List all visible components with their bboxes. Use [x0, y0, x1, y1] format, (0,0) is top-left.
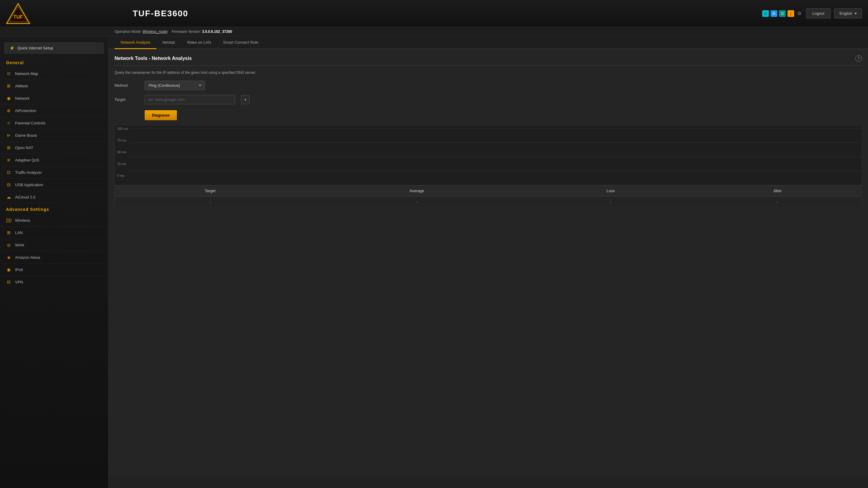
help-icon[interactable]: ? [855, 55, 862, 62]
tab-netstat[interactable]: Netstat [156, 36, 181, 49]
col-average: Average [305, 186, 528, 196]
sidebar-item-lan[interactable]: ⊞ LAN [0, 227, 108, 239]
sidebar-item-game-boost[interactable]: ⊳ Game Boost [0, 129, 108, 141]
lan-icon: ⊞ [6, 230, 11, 235]
language-selector[interactable]: English ▾ [834, 8, 862, 19]
col-target: Target [115, 186, 306, 196]
tab-network-analysis[interactable]: Network Analysis [115, 36, 156, 49]
sidebar-item-aicloud[interactable]: ☁ AiCloud 2.0 [0, 191, 108, 203]
aimesh-icon: ⊞ [6, 83, 11, 89]
col-loss: Loss [528, 186, 693, 196]
quick-internet-setup-button[interactable]: ⚡ Quick Internet Setup [4, 42, 104, 54]
tab-wake-on-lan[interactable]: Wake on LAN [181, 36, 217, 49]
sidebar-item-label: Network Map [15, 71, 38, 76]
sidebar-item-usb-application[interactable]: ⊟ USB Application [0, 178, 108, 191]
results-table: Target Average Loss Jitter - - - - [115, 185, 862, 207]
target-input[interactable] [145, 95, 235, 104]
table-row: - - - - [115, 196, 862, 207]
wan-icon: ◎ [6, 242, 11, 248]
sidebar-item-label: Game Boost [15, 133, 37, 138]
content-panel: Network Tools - Network Analysis ? Query… [108, 49, 868, 477]
tabs-bar: Network Analysis Netstat Wake on LAN Sma… [108, 36, 868, 49]
sidebar-item-adaptive-qos[interactable]: ≋ Adaptive QoS [0, 154, 108, 166]
sidebar-item-label: LAN [15, 230, 23, 235]
chart-gridline-50 [130, 157, 862, 157]
amazon-alexa-icon: ◈ [6, 255, 11, 260]
sidebar-item-amazon-alexa[interactable]: ◈ Amazon Alexa [0, 251, 108, 264]
sidebar: ⚡ Quick Internet Setup General ⊙ Network… [0, 36, 108, 488]
advanced-section-label: Advanced Settings [0, 203, 108, 214]
method-label: Method [115, 83, 138, 88]
sidebar-item-wan[interactable]: ◎ WAN [0, 239, 108, 251]
wireless-icon: )))) [6, 218, 11, 223]
chart-y-label-25: 25 ms [117, 162, 128, 166]
firmware-value: 3.0.0.6.102_37260 [202, 30, 232, 34]
sidebar-item-label: VPN [15, 280, 23, 284]
sidebar-item-network[interactable]: ◉ Network [0, 92, 108, 104]
language-arrow-icon: ▾ [855, 11, 857, 16]
chart-y-label-50: 50 ms [117, 150, 128, 154]
sidebar-item-network-map[interactable]: ⊙ Network Map [0, 67, 108, 80]
sidebar-item-traffic-analyzer[interactable]: ⊡ Traffic Analyzer [0, 166, 108, 178]
network-icon: ◉ [6, 96, 11, 101]
quick-setup-icon: ⚡ [10, 46, 14, 50]
target-row: Target ▾ [115, 95, 862, 104]
game-boost-icon: ⊳ [6, 133, 11, 138]
col-jitter: Jitter [693, 186, 862, 196]
network-map-icon: ⊙ [6, 71, 11, 76]
internet-status-icon: ⊙ [762, 10, 769, 17]
aicloud-icon: ☁ [6, 194, 11, 200]
header: TUF GAMING TUF-BE3600 ⊙ ⚙ ⊡ | ⚙ Logout E… [0, 0, 868, 27]
cell-average: - [305, 196, 528, 207]
method-row: Method Ping (Continuous) Ping Traceroute… [115, 81, 862, 90]
sidebar-item-parental-controls[interactable]: ⊹ Parental Controls [0, 117, 108, 129]
quick-setup-label: Quick Internet Setup [18, 46, 53, 50]
sidebar-item-label: Adaptive QoS [15, 158, 39, 162]
sidebar-item-open-nat[interactable]: ⊞ Open NAT [0, 141, 108, 154]
op-mode-value: Wireless_router [143, 30, 168, 34]
sidebar-item-aiprotection[interactable]: ⊛ AiProtection [0, 104, 108, 117]
chart-gridline-0 [130, 185, 862, 185]
usb-application-icon: ⊟ [6, 182, 11, 187]
sidebar-item-label: Amazon Alexa [15, 255, 40, 260]
chart-y-label-0: 0 ms [117, 174, 128, 177]
tuf-logo-icon: TUF GAMING [6, 3, 30, 24]
svg-text:TUF: TUF [13, 14, 23, 20]
chart-area: 100 ms 75 ms 50 ms 25 ms 0 ms [115, 125, 862, 185]
sidebar-item-label: AiMesh [15, 84, 28, 88]
sidebar-item-aimesh[interactable]: ⊞ AiMesh [0, 80, 108, 92]
adaptive-qos-icon: ≋ [6, 157, 11, 163]
open-nat-icon: ⊞ [6, 145, 11, 150]
header-controls: ⊙ ⚙ ⊡ | ⚙ Logout English ▾ [759, 8, 862, 19]
sidebar-item-label: AiProtection [15, 108, 36, 113]
general-section-label: General [0, 57, 108, 67]
diagnose-button[interactable]: Diagnose [145, 110, 177, 120]
sidebar-item-wireless[interactable]: )))) Wireless [0, 214, 108, 227]
method-select[interactable]: Ping (Continuous) Ping Traceroute Nslook… [145, 81, 205, 90]
main-layout: ⚡ Quick Internet Setup General ⊙ Network… [0, 36, 868, 488]
target-dropdown-button[interactable]: ▾ [241, 95, 250, 104]
sidebar-item-label: Wireless [15, 218, 30, 223]
settings-status-icon: ⚙ [771, 10, 777, 17]
panel-description: Query the nameserver for the IP address … [115, 70, 862, 75]
chart-y-label-100: 100 ms [117, 127, 128, 130]
firmware-label: Firmware Version: [172, 30, 201, 34]
panel-title: Network Tools - Network Analysis [115, 56, 192, 61]
sidebar-item-label: Parental Controls [15, 121, 45, 125]
target-label: Target [115, 97, 138, 102]
operation-mode-bar: Operation Mode: Wireless_router Firmware… [0, 27, 868, 36]
logout-button[interactable]: Logout [806, 8, 831, 19]
wifi-status-icon: ⊡ [779, 10, 786, 17]
sidebar-item-label: WAN [15, 243, 24, 247]
cell-target: - [115, 196, 306, 207]
traffic-analyzer-icon: ⊡ [6, 170, 11, 175]
sidebar-item-vpn[interactable]: ⊟ VPN [0, 276, 108, 288]
tab-smart-connect-rule[interactable]: Smart Connect Rule [217, 36, 264, 49]
status-icons: ⊙ ⚙ ⊡ | ⚙ [762, 10, 803, 17]
vpn-icon: ⊟ [6, 279, 11, 285]
sidebar-item-ipv6[interactable]: ◉ IPv6 [0, 264, 108, 276]
aiprotection-icon: ⊛ [6, 108, 11, 113]
chart-grid [130, 128, 862, 185]
cell-loss: - [528, 196, 693, 207]
content-area: Network Analysis Netstat Wake on LAN Sma… [108, 36, 868, 488]
